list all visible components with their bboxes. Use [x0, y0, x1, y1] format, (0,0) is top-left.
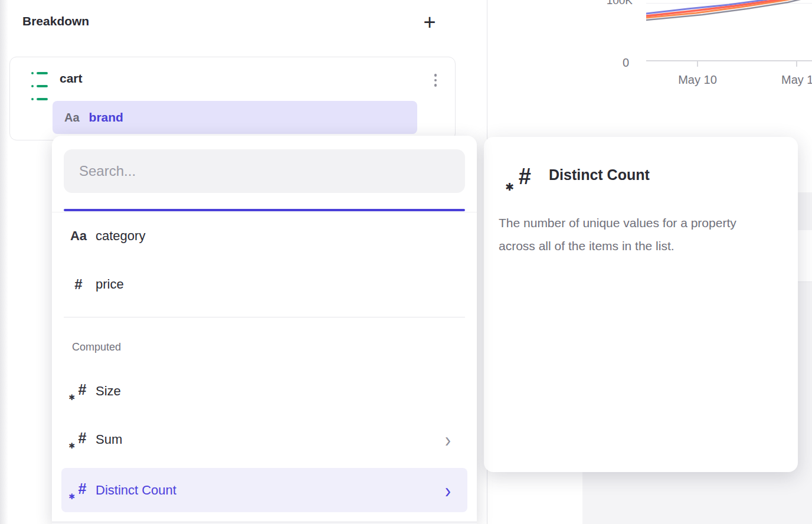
x-axis-label-may10: May 10: [673, 73, 722, 87]
tooltip-description: The number of unique values for a proper…: [499, 211, 774, 257]
panel-edge-shadow: [0, 0, 8, 524]
text-type-icon: Aa: [70, 228, 87, 244]
dropdown-item-price[interactable]: # price: [61, 263, 467, 306]
dropdown-item-category[interactable]: Aa category: [61, 215, 467, 257]
tab-divider: [52, 212, 477, 212]
chevron-right-icon: ›: [445, 430, 451, 450]
line-series: [646, 0, 812, 27]
breakdown-section-title: Breakdown: [22, 14, 89, 28]
selected-property-label: brand: [89, 110, 123, 125]
plus-icon: +: [423, 12, 436, 33]
list-property-icon: [31, 72, 48, 87]
tooltip-title: Distinct Count: [549, 166, 650, 184]
dropdown-item-size[interactable]: #✱ Size: [61, 370, 467, 412]
kebab-menu-icon[interactable]: [427, 71, 444, 89]
x-axis-label-may1: May 1: [781, 73, 812, 87]
dropdown-item-sum[interactable]: #✱ Sum ›: [61, 418, 467, 461]
computed-number-icon: #✱: [71, 481, 87, 500]
property-info-tooltip: #✱ Distinct Count The number of unique v…: [484, 137, 798, 472]
property-dropdown: Aa category # price Computed #✱ Size #✱ …: [52, 136, 477, 524]
section-divider: [64, 317, 465, 317]
active-tab-indicator: [64, 209, 465, 211]
y-axis-label-100k: 100K: [597, 0, 633, 7]
breakdown-card: cart Aa brand: [9, 57, 456, 140]
search-input[interactable]: [64, 149, 465, 193]
number-type-icon: #: [74, 276, 82, 293]
add-breakdown-button[interactable]: +: [417, 9, 443, 35]
computed-number-icon: #✱: [508, 165, 531, 192]
text-type-icon: Aa: [64, 111, 80, 125]
insights-page: 100K 0 May 10 May 1 Breakdown + cart Aa …: [0, 0, 812, 524]
dropdown-item-distinct-count[interactable]: #✱ Distinct Count ›: [61, 468, 467, 512]
chevron-right-icon: ›: [445, 480, 451, 500]
breakdown-group-name[interactable]: cart: [60, 71, 83, 86]
x-axis-tick: [796, 61, 797, 67]
y-axis-label-zero: 0: [608, 56, 629, 70]
computed-section-label: Computed: [72, 341, 121, 353]
computed-number-icon: #✱: [71, 430, 87, 449]
x-axis-tick: [697, 61, 698, 67]
selected-breakdown-property[interactable]: Aa brand: [53, 101, 417, 134]
computed-number-icon: #✱: [71, 382, 87, 401]
x-axis-line: [646, 60, 812, 61]
